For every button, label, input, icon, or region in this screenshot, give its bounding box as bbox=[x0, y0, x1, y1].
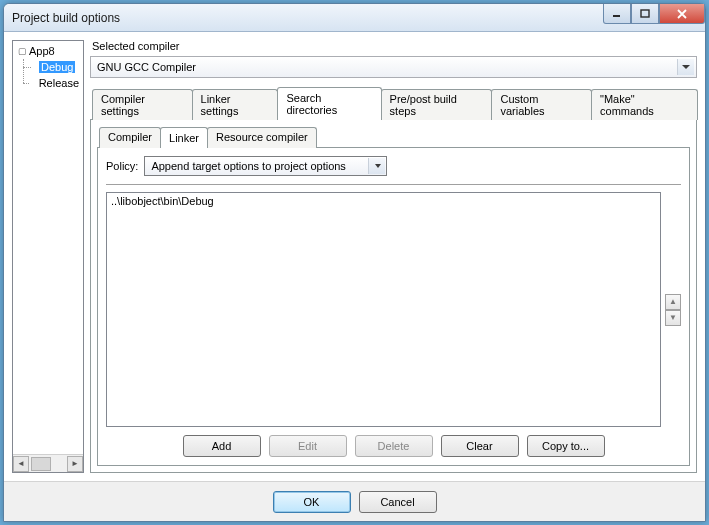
tree-item-root[interactable]: ▢ App8 bbox=[17, 43, 81, 59]
add-button[interactable]: Add bbox=[183, 435, 261, 457]
subtab-resource-compiler[interactable]: Resource compiler bbox=[207, 127, 317, 148]
svg-rect-0 bbox=[613, 15, 620, 17]
divider bbox=[106, 184, 681, 186]
clear-button[interactable]: Clear bbox=[441, 435, 519, 457]
tab-pre-post-build[interactable]: Pre/post build steps bbox=[381, 89, 493, 120]
titlebar: Project build options bbox=[4, 4, 705, 32]
tab-compiler-settings[interactable]: Compiler settings bbox=[92, 89, 193, 120]
tab-linker-settings[interactable]: Linker settings bbox=[192, 89, 279, 120]
ok-button[interactable]: OK bbox=[273, 491, 351, 513]
policy-label: Policy: bbox=[106, 160, 138, 172]
window-title: Project build options bbox=[12, 11, 120, 25]
list-buttons: Add Edit Delete Clear Copy to... bbox=[106, 435, 681, 457]
tree-item-release[interactable]: Release bbox=[31, 75, 81, 91]
maximize-button[interactable] bbox=[631, 4, 659, 24]
window-controls bbox=[603, 4, 705, 24]
sub-tabs: Compiler Linker Resource compiler bbox=[97, 126, 690, 148]
svg-rect-1 bbox=[641, 10, 649, 17]
compiler-select[interactable]: GNU GCC Compiler bbox=[90, 56, 697, 78]
copy-to-button[interactable]: Copy to... bbox=[527, 435, 605, 457]
subtab-compiler[interactable]: Compiler bbox=[99, 127, 161, 148]
policy-row: Policy: Append target options to project… bbox=[106, 156, 681, 176]
minimize-button[interactable] bbox=[603, 4, 631, 24]
main-panel: Selected compiler GNU GCC Compiler Compi… bbox=[90, 40, 697, 473]
chevron-down-icon bbox=[682, 65, 690, 69]
tab-custom-variables[interactable]: Custom variables bbox=[491, 89, 592, 120]
compiler-value: GNU GCC Compiler bbox=[97, 61, 196, 73]
content-area: ▢ App8 Debug Release ◄ bbox=[4, 32, 705, 481]
subtab-panel: Policy: Append target options to project… bbox=[97, 148, 690, 466]
tab-search-directories[interactable]: Search directories bbox=[277, 87, 381, 120]
cancel-button[interactable]: Cancel bbox=[359, 491, 437, 513]
tree-item-debug[interactable]: Debug bbox=[31, 59, 81, 75]
policy-select[interactable]: Append target options to project options bbox=[144, 156, 387, 176]
tree-label-release: Release bbox=[37, 77, 81, 89]
tree-label-debug: Debug bbox=[39, 61, 75, 73]
policy-value: Append target options to project options bbox=[151, 160, 345, 172]
tree-root-label: App8 bbox=[27, 45, 57, 57]
scroll-left-icon[interactable]: ◄ bbox=[13, 456, 29, 472]
scroll-thumb[interactable] bbox=[31, 457, 51, 471]
dialog-window: Project build options ▢ App8 Debug bbox=[3, 3, 706, 522]
chevron-down-icon bbox=[375, 164, 381, 168]
tab-make-commands[interactable]: "Make" commands bbox=[591, 89, 698, 120]
tree-body: ▢ App8 Debug Release bbox=[13, 41, 83, 454]
close-button[interactable] bbox=[659, 4, 705, 24]
subtab-linker[interactable]: Linker bbox=[160, 127, 208, 148]
list-item[interactable]: ..\libobject\bin\Debug bbox=[111, 195, 656, 210]
tree-hscrollbar[interactable]: ◄ ► bbox=[13, 454, 83, 472]
directories-wrap: ..\libobject\bin\Debug ▲ ▼ bbox=[106, 192, 681, 427]
scroll-right-icon[interactable]: ► bbox=[67, 456, 83, 472]
compiler-label: Selected compiler bbox=[90, 40, 697, 52]
directories-list[interactable]: ..\libobject\bin\Debug bbox=[106, 192, 661, 427]
main-tabs: Compiler settings Linker settings Search… bbox=[90, 86, 697, 120]
tab-panel: Compiler Linker Resource compiler Policy… bbox=[90, 120, 697, 473]
target-tree[interactable]: ▢ App8 Debug Release ◄ bbox=[12, 40, 84, 473]
edit-button[interactable]: Edit bbox=[269, 435, 347, 457]
dialog-footer: OK Cancel bbox=[4, 481, 705, 521]
collapse-icon[interactable]: ▢ bbox=[17, 46, 27, 56]
move-up-button[interactable]: ▲ bbox=[665, 294, 681, 310]
reorder-buttons: ▲ ▼ bbox=[665, 192, 681, 427]
move-down-button[interactable]: ▼ bbox=[665, 310, 681, 326]
delete-button[interactable]: Delete bbox=[355, 435, 433, 457]
